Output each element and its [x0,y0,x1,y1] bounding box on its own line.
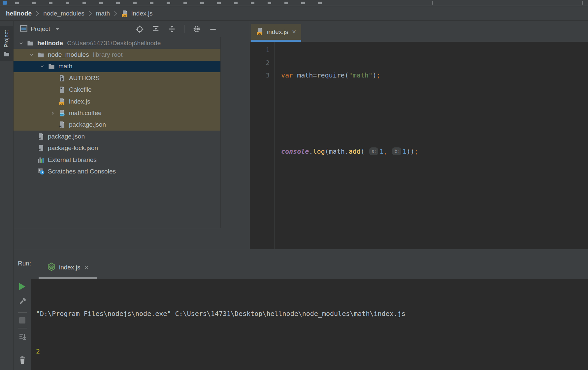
code-line-2 [281,107,418,120]
tab-label: index.js [267,28,288,36]
tree-item-cakefile[interactable]: Cakefile [14,84,220,96]
run-toolbar [14,279,31,370]
breadcrumb-item-node-modules[interactable]: node_modules [43,10,84,17]
tree-item-scratches[interactable]: Scratches and Consoles [14,166,220,177]
project-panel-header: Project [14,21,250,37]
editor-tab-bar: JS index.js ✕ [250,21,588,42]
console-output-line: 2 [36,345,588,357]
folder-icon [26,40,35,46]
json-file-icon [37,144,45,152]
tree-item-label: package-lock.json [48,144,98,152]
toolbar-separator [184,25,184,33]
libraries-icon [37,157,45,163]
toolbar-separator [582,1,583,5]
trash-gc-button[interactable] [18,356,26,366]
unknown-file-icon [58,86,66,93]
main-toolbar-clipped [0,0,588,6]
tree-item-label: math.coffee [69,109,102,117]
folder-icon [47,64,56,69]
locate-file-button[interactable] [136,25,144,33]
project-stripe-button[interactable]: Project [0,26,13,61]
chevron-down-icon[interactable] [37,64,47,69]
project-view-selector[interactable]: Project [20,25,59,33]
toolbar-icon-clipped [3,1,7,5]
tree-item-label: package.json [48,133,85,140]
chevron-down-icon[interactable] [16,41,26,46]
tool-window-stripe: Project [0,21,14,370]
chevron-right-icon [36,10,39,17]
tree-item-authors[interactable]: AUTHORS [14,72,220,84]
project-tool-window: Project [14,21,250,249]
tree-item-package-json[interactable]: package.json [14,131,220,142]
editor-area: JS index.js ✕ 1 2 3 var math=require("ma… [250,21,588,249]
code-content[interactable]: var math=require("math"); console.log(ma… [275,42,418,249]
run-tab-label: index.js [59,264,80,271]
project-view-icon [20,25,27,33]
svg-text:JS: JS [60,102,63,105]
code-line-3: console.log(math.add( a:1, b:1)); [281,145,418,158]
collapse-all-button[interactable] [168,25,176,33]
run-tool-window: Run: JS index.js ✕ [0,249,588,370]
js-file-icon: JS [121,10,129,17]
tree-item-package-lock-json[interactable]: package-lock.json [14,142,220,154]
ide-window: hellnode node_modules math JS index.js P… [0,0,588,370]
folder-icon [37,52,45,58]
tree-item-external-libraries[interactable]: External Libraries [14,154,220,166]
toolbar-separator [18,328,27,328]
toolbar-icons-clipped [15,2,332,4]
tree-item-package-json-math[interactable]: package.json [14,119,220,131]
unknown-file-icon [58,75,66,82]
line-number: 1 [250,44,270,56]
hide-panel-button[interactable] [209,25,217,33]
project-panel-title: Project [31,25,50,33]
chevron-right-icon [88,10,92,17]
folder-icon [4,51,10,58]
tree-item-indexjs[interactable]: JS index.js [14,96,220,107]
tree-item-path: C:\Users\14731\Desktop\hellnode [67,40,161,47]
run-settings-wrench-button[interactable] [18,297,26,307]
code-editor[interactable]: 1 2 3 var math=require("math"); console.… [250,42,588,249]
svg-text:JS: JS [258,32,261,35]
editor-gutter: 1 2 3 [250,42,275,249]
settings-gear-button[interactable] [193,25,201,33]
chevron-right-icon[interactable] [48,111,58,115]
toolbar-separator [18,312,27,313]
json-file-icon [37,133,45,140]
tree-item-label: Cakefile [69,86,92,93]
tree-item-label: node_modules [48,51,89,58]
tree-item-node-modules[interactable]: node_modules library root [14,49,220,60]
line-number: 2 [250,56,270,69]
tree-item-hint: library root [93,51,123,58]
scroll-to-end-button[interactable] [18,333,26,342]
svg-text:JS: JS [50,265,53,268]
breadcrumb-item-indexjs[interactable]: index.js [131,10,152,17]
run-console[interactable]: "D:\Program Files\nodejs\node.exe" C:\Us… [31,279,588,370]
tree-item-label: hellnode [37,40,63,47]
breadcrumb-item-hellnode[interactable]: hellnode [6,10,32,17]
console-command-line: "D:\Program Files\nodejs\node.exe" C:\Us… [36,307,588,320]
run-tab-indexjs[interactable]: JS index.js ✕ [39,258,97,279]
code-line-1: var math=require("math"); [281,69,418,82]
breadcrumb-item-math[interactable]: math [96,10,110,17]
close-icon[interactable]: ✕ [84,264,88,271]
tree-item-math[interactable]: math [14,61,220,72]
run-panel-header: Run: JS index.js ✕ [14,249,588,279]
nodejs-icon: JS [47,262,56,272]
tree-item-label: AUTHORS [69,75,100,82]
tab-indexjs[interactable]: JS index.js ✕ [251,24,301,42]
rerun-button[interactable] [19,283,25,290]
chevron-down-icon[interactable] [27,52,37,57]
chevron-down-icon [55,28,59,30]
stop-button[interactable] [19,317,25,324]
js-file-icon: JS [256,27,264,37]
tree-item-label: index.js [69,98,90,105]
tree-item-label: Scratches and Consoles [48,168,116,175]
tree-item-math-coffee[interactable]: math.coffee [14,107,220,119]
tree-item-label: External Libraries [48,156,97,164]
close-icon[interactable]: ✕ [292,29,296,35]
svg-text:JS: JS [123,14,126,17]
line-number: 3 [250,69,270,82]
tree-item-hellnode[interactable]: hellnode C:\Users\14731\Desktop\hellnode [14,37,220,49]
breadcrumb: hellnode node_modules math JS index.js [0,6,588,21]
expand-all-button[interactable] [152,25,160,33]
